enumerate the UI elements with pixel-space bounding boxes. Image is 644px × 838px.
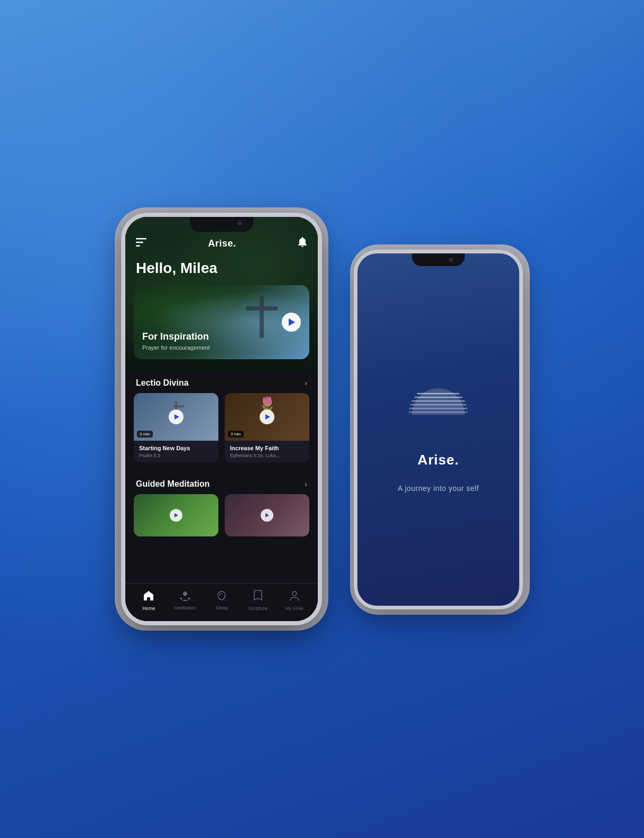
nav-label-sleep: Sleep (215, 605, 227, 611)
screen-right: Arise. A journey into your self (357, 253, 519, 606)
meditation-card-1[interactable] (134, 494, 218, 536)
phones-container: Arise. Hello, Milea (121, 213, 523, 625)
phone-right: Arise. A journey into your self (354, 250, 523, 609)
phone-content: Arise. Hello, Milea (125, 217, 318, 621)
nav-meditation[interactable]: Meditation (172, 590, 198, 611)
svg-rect-2 (136, 245, 140, 247)
home-icon (143, 590, 154, 604)
meditation-play-tri-1 (174, 513, 178, 517)
meditation-cards-row (125, 494, 318, 536)
cross-decoration (246, 296, 278, 338)
filter-icon[interactable] (136, 238, 146, 249)
card-info-2: Increase My Faith Ephesians 6:16, Luka..… (225, 441, 309, 462)
section-title-lectio: Lectio Divina (136, 378, 189, 388)
section-title-meditation: Guided Meditation (136, 479, 210, 489)
card-image-1: 3 min (134, 393, 218, 441)
card-sub-1: Psalm 5:3 (139, 453, 213, 458)
nav-label-meditation: Meditation (174, 605, 196, 611)
meditation-card-2[interactable] (225, 494, 309, 536)
play-triangle-1 (174, 414, 179, 420)
app-tagline: A journey into your self (398, 484, 479, 493)
bell-icon[interactable] (298, 237, 307, 250)
lectio-cards-row: 3 min Starting New Days Psalm 5:3 🌷 (125, 393, 318, 471)
bottom-navigation: Home Meditation (125, 583, 318, 621)
media-card-2[interactable]: 🌷 3 min Increase My Faith Ephesians 6:16… (225, 393, 309, 462)
meditation-play-2[interactable] (261, 509, 273, 522)
nav-home[interactable]: Home (135, 590, 162, 611)
nav-label-my-arise: My Arise (285, 606, 303, 611)
featured-card[interactable]: For Inspiration Prayer for encouragement (134, 285, 309, 359)
app-name-right: Arise. (418, 452, 459, 468)
app-title: Arise. (208, 238, 236, 249)
sunrise-logo (404, 367, 473, 436)
card-play-button-1[interactable] (169, 409, 183, 424)
card-play-button-2[interactable] (260, 409, 274, 424)
sleep-icon (216, 590, 227, 604)
svg-point-3 (292, 591, 297, 596)
play-icon (289, 318, 295, 326)
featured-subtitle: Prayer for encouragement (142, 344, 210, 351)
nav-label-home: Home (142, 606, 155, 611)
card-title-2: Increase My Faith (230, 445, 304, 451)
card-info-1: Starting New Days Psalm 5:3 (134, 441, 218, 462)
notch-right (412, 253, 465, 266)
duration-badge-2: 3 min (228, 431, 244, 438)
phone-left: Arise. Hello, Milea (121, 213, 322, 625)
nav-label-scripture: Scripture (249, 606, 268, 611)
greeting-text: Hello, Milea (125, 256, 318, 285)
play-triangle-2 (265, 414, 270, 420)
meditation-play-tri-2 (265, 513, 269, 517)
svg-rect-0 (136, 238, 146, 240)
featured-card-text: For Inspiration Prayer for encouragement (142, 331, 210, 351)
lectio-divina-header: Lectio Divina › (125, 370, 318, 393)
screen-left: Arise. Hello, Milea (125, 217, 318, 621)
nav-scripture[interactable]: Scripture (245, 590, 271, 611)
card-image-2: 🌷 3 min (225, 393, 309, 441)
duration-badge-1: 3 min (137, 431, 153, 438)
card-sub-2: Ephesians 6:16, Luka... (230, 453, 304, 458)
meditation-icon (179, 590, 191, 604)
card-title-1: Starting New Days (139, 445, 213, 451)
featured-title: For Inspiration (142, 331, 210, 342)
guided-meditation-header: Guided Meditation › (125, 471, 318, 494)
scripture-icon (253, 590, 263, 604)
section-arrow-meditation[interactable]: › (305, 480, 307, 488)
sunrise-svg (407, 383, 470, 420)
nav-sleep[interactable]: Sleep (208, 590, 235, 611)
notch-left (190, 217, 253, 232)
svg-rect-1 (136, 242, 143, 243)
section-arrow-lectio[interactable]: › (305, 379, 307, 387)
nav-my-arise[interactable]: My Arise (281, 590, 308, 611)
featured-play-button[interactable] (282, 313, 301, 332)
media-card-1[interactable]: 3 min Starting New Days Psalm 5:3 (134, 393, 218, 462)
my-arise-icon (289, 590, 300, 604)
meditation-play-1[interactable] (170, 509, 182, 522)
